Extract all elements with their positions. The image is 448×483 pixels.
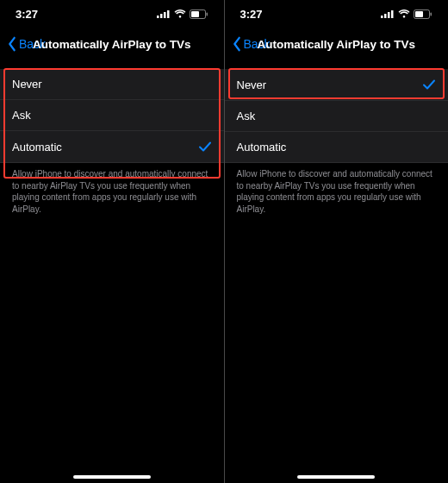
option-label: Automatic — [12, 141, 62, 154]
option-label: Never — [12, 78, 42, 91]
svg-rect-13 — [431, 12, 432, 16]
option-label: Ask — [237, 110, 256, 122]
status-time: 3:27 — [16, 8, 38, 21]
screen-right: 3:27 Back Automatically AirPlay to TVs N… — [225, 0, 449, 483]
checkmark-icon — [422, 78, 436, 91]
chevron-left-icon — [232, 36, 242, 52]
option-automatic[interactable]: Automatic — [225, 132, 449, 163]
status-icons — [157, 9, 208, 19]
cellular-icon — [381, 9, 395, 18]
option-ask[interactable]: Ask — [0, 100, 224, 131]
option-label: Automatic — [237, 141, 287, 154]
options-footer: Allow iPhone to discover and automatical… — [0, 163, 224, 215]
svg-rect-6 — [206, 12, 208, 16]
status-time: 3:27 — [240, 8, 263, 21]
screen-left: 3:27 Back Automatically AirPlay to TVs N… — [0, 0, 224, 483]
back-button[interactable]: Back — [7, 36, 46, 52]
status-icons — [381, 9, 432, 19]
option-automatic[interactable]: Automatic — [0, 131, 224, 163]
back-button[interactable]: Back — [232, 36, 271, 52]
svg-rect-2 — [164, 12, 166, 18]
cellular-icon — [157, 9, 171, 18]
status-bar: 3:27 — [225, 0, 449, 28]
option-never[interactable]: Never — [225, 69, 449, 101]
option-label: Ask — [12, 109, 31, 122]
svg-rect-7 — [381, 16, 383, 18]
nav-bar: Back Automatically AirPlay to TVs — [0, 28, 224, 60]
option-label: Never — [237, 78, 267, 91]
svg-rect-3 — [167, 10, 170, 18]
option-ask[interactable]: Ask — [225, 101, 449, 132]
svg-rect-1 — [160, 14, 163, 18]
svg-rect-8 — [384, 14, 387, 18]
status-bar: 3:27 — [0, 0, 224, 28]
svg-rect-10 — [391, 10, 394, 18]
chevron-left-icon — [7, 36, 17, 52]
options-group: Never Ask Automatic Allow iPhone to disc… — [225, 69, 449, 215]
option-never[interactable]: Never — [0, 69, 224, 100]
options-group: Never Ask Automatic Allow iPhone to disc… — [0, 69, 224, 215]
nav-bar: Back Automatically AirPlay to TVs — [225, 28, 449, 60]
checkmark-icon — [198, 140, 212, 154]
wifi-icon — [398, 9, 410, 18]
home-indicator[interactable] — [297, 475, 375, 479]
svg-rect-5 — [191, 11, 199, 17]
battery-icon — [190, 9, 208, 19]
battery-icon — [414, 9, 432, 19]
home-indicator[interactable] — [73, 475, 151, 479]
back-label: Back — [244, 37, 271, 51]
wifi-icon — [174, 9, 186, 18]
svg-rect-0 — [157, 16, 159, 18]
screenshot-pair: 3:27 Back Automatically AirPlay to TVs N… — [0, 0, 448, 483]
svg-rect-12 — [415, 11, 423, 17]
back-label: Back — [19, 37, 46, 51]
options-footer: Allow iPhone to discover and automatical… — [225, 163, 449, 215]
svg-rect-9 — [388, 12, 390, 18]
